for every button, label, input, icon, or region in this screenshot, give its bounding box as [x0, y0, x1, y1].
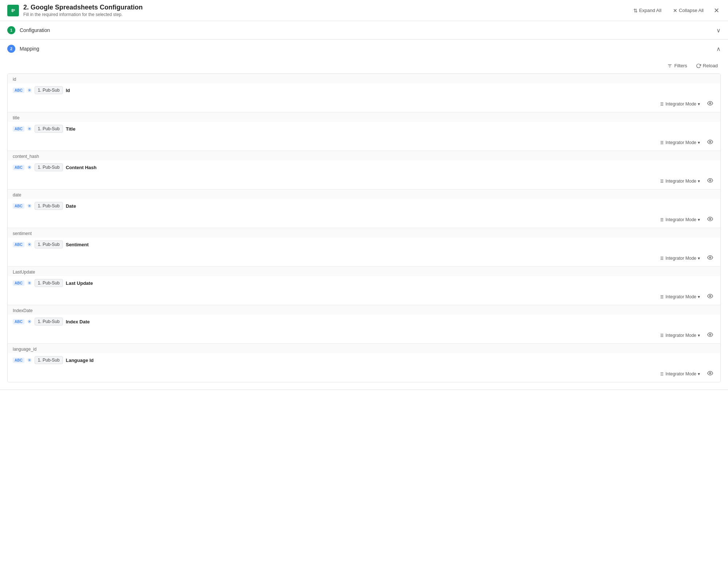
collapse-all-button[interactable]: ✕ Collapse All — [670, 6, 707, 15]
eye-icon — [707, 216, 713, 222]
integrator-mode-button[interactable]: Integrator Mode ▾ — [657, 332, 702, 339]
field-value: Last Update — [66, 280, 93, 286]
integrator-mode-label: Integrator Mode — [665, 256, 696, 261]
svg-rect-1 — [11, 9, 15, 9]
field-name-label: LastUpdate — [8, 267, 720, 276]
integrator-mode-button[interactable]: Integrator Mode ▾ — [657, 100, 702, 108]
eye-button[interactable] — [705, 292, 715, 301]
eye-button[interactable] — [705, 254, 715, 263]
abc-badge: ABC — [13, 165, 24, 170]
field-row: ABC ✳ 1. Pub-Sub Last Update — [8, 276, 720, 290]
integrator-mode-button[interactable]: Integrator Mode ▾ — [657, 139, 702, 146]
svg-point-42 — [709, 257, 711, 258]
field-actions: Integrator Mode ▾ — [8, 174, 720, 189]
integrator-mode-button[interactable]: Integrator Mode ▾ — [657, 370, 702, 378]
field-name-label: date — [8, 190, 720, 199]
svg-point-35 — [709, 218, 711, 220]
field-group: date ABC ✳ 1. Pub-Sub Date Integrator Mo… — [8, 190, 720, 228]
source-tag: 1. Pub-Sub — [35, 279, 63, 287]
field-row: ABC ✳ 1. Pub-Sub Id — [8, 83, 720, 97]
abc-badge: ABC — [13, 280, 24, 286]
mapping-section-header[interactable]: 2 Mapping ∧ — [0, 40, 728, 58]
collapse-all-icon: ✕ — [673, 8, 677, 13]
filters-button[interactable]: Filters — [664, 61, 690, 70]
step-2-badge: 2 — [7, 45, 15, 53]
eye-icon — [707, 139, 713, 145]
expand-all-button[interactable]: ⇅ Expand All — [630, 6, 664, 15]
integrator-mode-icon — [659, 179, 664, 184]
asterisk-icon: ✳ — [27, 319, 32, 324]
field-name-label: content_hash — [8, 151, 720, 160]
field-group: LastUpdate ABC ✳ 1. Pub-Sub Last Update … — [8, 267, 720, 305]
reload-label: Reload — [703, 63, 718, 68]
filters-label: Filters — [674, 63, 687, 68]
asterisk-icon: ✳ — [27, 87, 32, 93]
asterisk-icon: ✳ — [27, 357, 32, 363]
reload-button[interactable]: Reload — [693, 61, 721, 70]
integrator-mode-label: Integrator Mode — [665, 140, 696, 145]
integrator-mode-label: Integrator Mode — [665, 101, 696, 107]
svg-point-63 — [709, 372, 711, 374]
header-actions: ⇅ Expand All ✕ Collapse All ✕ — [630, 5, 721, 16]
filters-icon — [667, 63, 672, 68]
field-name-label: title — [8, 112, 720, 122]
configuration-section-header[interactable]: 1 Configuration ∨ — [0, 21, 728, 39]
asterisk-icon: ✳ — [27, 280, 32, 286]
app-icon — [7, 5, 19, 16]
step-2-number: 2 — [10, 47, 12, 51]
field-name-label: language_id — [8, 344, 720, 353]
svg-point-14 — [709, 103, 711, 104]
eye-button[interactable] — [705, 369, 715, 378]
eye-button[interactable] — [705, 215, 715, 224]
close-button[interactable]: ✕ — [712, 5, 721, 16]
integrator-mode-button[interactable]: Integrator Mode ▾ — [657, 216, 702, 223]
field-group: title ABC ✳ 1. Pub-Sub Title Integrator … — [8, 112, 720, 151]
integrator-mode-label: Integrator Mode — [665, 179, 696, 184]
asterisk-icon: ✳ — [27, 242, 32, 247]
field-value: Language Id — [66, 358, 94, 363]
source-tag: 1. Pub-Sub — [35, 318, 63, 326]
field-actions: Integrator Mode ▾ — [8, 97, 720, 112]
eye-button[interactable] — [705, 138, 715, 147]
svg-point-21 — [709, 141, 711, 143]
integrator-mode-icon — [659, 333, 664, 338]
source-tag: 1. Pub-Sub — [35, 356, 63, 364]
field-actions: Integrator Mode ▾ — [8, 328, 720, 343]
eye-button[interactable] — [705, 176, 715, 186]
field-group: language_id ABC ✳ 1. Pub-Sub Language Id… — [8, 344, 720, 382]
field-row: ABC ✳ 1. Pub-Sub Title — [8, 122, 720, 136]
eye-icon — [707, 293, 713, 299]
integrator-mode-chevron: ▾ — [698, 101, 700, 107]
abc-badge: ABC — [13, 126, 24, 132]
integrator-mode-chevron: ▾ — [698, 371, 700, 376]
mapping-toolbar: Filters Reload — [7, 58, 721, 73]
abc-badge: ABC — [13, 203, 24, 209]
page-header: 2. Google Spreadsheets Configuration Fil… — [0, 0, 728, 21]
integrator-mode-label: Integrator Mode — [665, 217, 696, 222]
abc-badge: ABC — [13, 242, 24, 247]
field-actions: Integrator Mode ▾ — [8, 251, 720, 266]
expand-all-label: Expand All — [639, 8, 661, 13]
eye-icon — [707, 255, 713, 260]
field-group: content_hash ABC ✳ 1. Pub-Sub Content Ha… — [8, 151, 720, 190]
svg-point-56 — [709, 334, 711, 335]
eye-button[interactable] — [705, 99, 715, 108]
source-tag: 1. Pub-Sub — [35, 163, 63, 171]
integrator-mode-button[interactable]: Integrator Mode ▾ — [657, 293, 702, 300]
mapping-scroll-area[interactable]: id ABC ✳ 1. Pub-Sub Id Integrator Mode ▾ — [7, 73, 721, 382]
header-left: 2. Google Spreadsheets Configuration Fil… — [7, 4, 143, 17]
mapping-content: Filters Reload id ABC ✳ 1. Pub-Sub Id — [0, 58, 728, 390]
configuration-label: Configuration — [20, 27, 716, 33]
mapping-chevron: ∧ — [716, 45, 721, 52]
field-value: Title — [66, 126, 76, 132]
field-name-label: id — [8, 74, 720, 83]
integrator-mode-button[interactable]: Integrator Mode ▾ — [657, 255, 702, 262]
integrator-mode-icon — [659, 140, 664, 145]
integrator-mode-button[interactable]: Integrator Mode ▾ — [657, 178, 702, 185]
integrator-mode-label: Integrator Mode — [665, 333, 696, 338]
field-value: Index Date — [66, 319, 90, 324]
source-tag: 1. Pub-Sub — [35, 202, 63, 210]
field-name-label: IndexDate — [8, 305, 720, 315]
eye-button[interactable] — [705, 331, 715, 340]
step-1-number: 1 — [10, 28, 12, 32]
